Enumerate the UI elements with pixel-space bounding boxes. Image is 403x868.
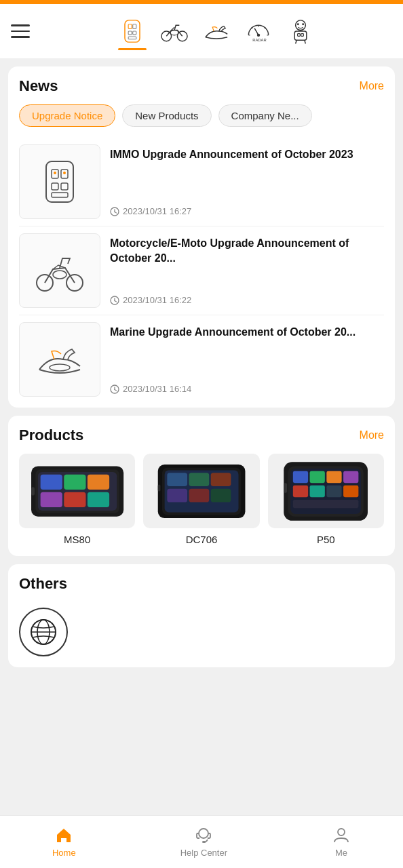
header: RADAR [0,4,403,58]
news-thumb-2 [19,233,100,308]
product-image-p50 [268,454,384,528]
svg-line-21 [305,40,305,43]
headset-icon [194,826,213,845]
svg-point-42 [50,364,70,371]
svg-rect-19 [294,31,307,40]
svg-rect-73 [293,485,308,496]
svg-rect-55 [31,487,35,495]
product-image-ms80 [19,454,135,528]
svg-line-20 [296,40,296,43]
tab-new-products[interactable]: New Products [122,104,211,127]
svg-rect-1 [128,24,132,29]
svg-rect-22 [298,34,301,37]
svg-rect-51 [88,474,109,489]
svg-rect-50 [64,474,85,489]
svg-rect-75 [327,485,342,496]
svg-rect-53 [64,492,85,507]
svg-rect-29 [61,183,68,190]
svg-point-32 [63,172,66,174]
news-thumb-3 [19,322,100,397]
others-globe-item[interactable] [19,608,68,656]
svg-rect-72 [343,471,358,482]
main-content: News More Upgrade Notice New Products Co… [0,58,403,722]
svg-rect-70 [310,471,325,482]
products-more-button[interactable]: More [360,429,384,441]
menu-button[interactable] [11,19,35,43]
svg-point-16 [296,20,306,31]
bottom-nav-help[interactable]: Help Center [167,821,241,863]
svg-point-82 [199,829,208,838]
svg-point-31 [54,172,56,174]
news-title: News [19,77,58,95]
product-image-dc706 [143,454,259,528]
tab-upgrade-notice[interactable]: Upgrade Notice [19,104,115,127]
svg-rect-59 [167,473,187,486]
product-name-dc706: DC706 [186,534,218,545]
svg-rect-23 [301,34,304,37]
products-title: Products [19,427,83,444]
nav-jetski[interactable] [196,12,237,50]
news-list: IMMO Upgrade Announcement of October 202… [19,138,384,397]
home-icon [54,826,73,845]
svg-rect-54 [88,492,109,507]
news-item[interactable]: IMMO Upgrade Announcement of October 202… [19,138,384,226]
bottom-nav-home[interactable]: Home [39,821,90,863]
tab-company-news[interactable]: Company Ne... [218,104,312,127]
svg-line-45 [115,389,117,391]
person-icon [332,826,351,845]
svg-rect-63 [189,488,209,502]
products-card-header: Products More [19,427,384,444]
svg-rect-69 [293,471,308,482]
nav-gauge[interactable]: RADAR [238,12,279,50]
svg-rect-52 [40,492,62,507]
svg-rect-77 [293,499,359,507]
svg-rect-25 [46,161,73,202]
news-more-button[interactable]: More [360,80,384,92]
svg-rect-71 [327,471,342,482]
nav-key-fob[interactable] [112,12,153,50]
news-card: News More Upgrade Notice New Products Co… [8,66,395,408]
products-card: Products More [8,416,395,556]
svg-rect-2 [133,24,136,29]
nav-motorcycle[interactable] [154,12,195,50]
news-item-time-1: 2023/10/31 16:27 [110,206,384,216]
svg-rect-78 [284,483,287,493]
svg-point-17 [297,23,299,25]
svg-rect-62 [167,488,187,502]
me-label: Me [335,848,347,858]
svg-rect-4 [133,31,136,35]
svg-rect-49 [40,474,62,489]
svg-point-84 [338,829,345,835]
nav-robot[interactable] [280,12,321,50]
others-title: Others [19,575,67,593]
svg-text:RADAR: RADAR [252,38,267,42]
category-nav: RADAR [41,12,392,50]
news-card-header: News More [19,77,384,95]
svg-line-35 [115,212,117,213]
news-item-title-3: Marine Upgrade Announcement of October 2… [110,325,384,340]
svg-point-18 [302,23,304,25]
svg-rect-3 [128,31,132,35]
clock-icon [110,296,119,305]
svg-rect-5 [128,37,136,39]
product-item-p50[interactable]: P50 [268,454,384,545]
news-item[interactable]: Marine Upgrade Announcement of October 2… [19,315,384,397]
svg-rect-76 [343,485,358,496]
svg-rect-60 [189,473,209,486]
product-item-dc706[interactable]: DC706 [143,454,259,545]
svg-line-41 [115,300,117,302]
news-item[interactable]: Motorcycle/E-Moto Upgrade Announcement o… [19,226,384,315]
svg-rect-61 [211,473,231,486]
product-item-ms80[interactable]: MS80 [19,454,135,545]
svg-rect-83 [202,841,206,843]
home-label: Home [52,848,76,858]
product-name-p50: P50 [317,534,335,545]
news-item-title-1: IMMO Upgrade Announcement of October 202… [110,147,384,162]
others-card-header: Others [19,575,384,593]
news-item-time-3: 2023/10/31 16:14 [110,384,384,394]
bottom-nav-me[interactable]: Me [318,821,364,863]
news-content-3: Marine Upgrade Announcement of October 2… [110,322,384,397]
news-item-time-2: 2023/10/31 16:22 [110,295,384,305]
news-thumb-1 [19,144,100,219]
svg-rect-28 [52,183,58,190]
